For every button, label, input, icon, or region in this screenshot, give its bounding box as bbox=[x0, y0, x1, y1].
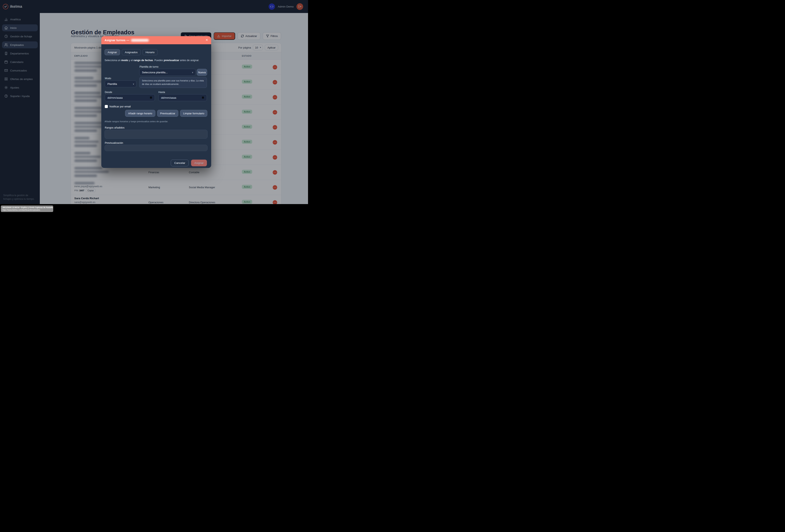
template-label: Plantilla de turno bbox=[140, 66, 158, 68]
calendar-icon[interactable] bbox=[150, 96, 152, 100]
assign-shifts-modal: Asignar turnos — AsignarAsignadosHorario… bbox=[101, 36, 211, 168]
from-date-input[interactable]: dd/mm/aaaa bbox=[105, 94, 155, 101]
cancel-button[interactable]: Cancelar bbox=[171, 159, 188, 166]
preview-box bbox=[105, 145, 207, 151]
template-helper-text: Selecciona una plantilla para usar sus h… bbox=[139, 77, 207, 88]
app-viewport: ikelma Analítica Inicio Gestión de ficha… bbox=[0, 0, 308, 204]
to-date-placeholder: dd/mm/aaaa bbox=[161, 96, 176, 99]
add-time-range-button[interactable]: Añadir rango horario bbox=[125, 110, 155, 117]
assign-button[interactable]: Asignar bbox=[191, 159, 207, 166]
modal-hint-text: Añade rangos horarios y luego previsuali… bbox=[105, 120, 168, 123]
new-template-button[interactable]: Nueva bbox=[197, 69, 207, 76]
modal-title: Asignar turnos — bbox=[105, 39, 129, 42]
redacted-employee-name bbox=[131, 39, 149, 42]
to-date-input[interactable]: dd/mm/aaaa bbox=[158, 94, 207, 101]
range-action-buttons: Añadir rango horarioPrevisualizarLimpiar… bbox=[125, 110, 207, 117]
mode-select-value: Plantilla bbox=[107, 82, 117, 85]
mode-label: Modo bbox=[105, 77, 111, 80]
screenshot-timestamp: 29/12/2025 13:08:54 • Explica y Envía Ca… bbox=[2, 206, 52, 209]
modal-footer: Cancelar Asignar bbox=[171, 159, 207, 166]
mode-select[interactable]: Plantilla ∨ bbox=[105, 80, 136, 87]
screenshot-url: https://www.ikelma.com/dashboard/emplead… bbox=[2, 209, 52, 211]
screenshot-stage: ikelma Analítica Inicio Gestión de ficha… bbox=[0, 0, 314, 213]
added-ranges-label: Rangos añadidos bbox=[105, 126, 124, 129]
notify-email-row: Notificar por email bbox=[105, 105, 131, 108]
preview-button[interactable]: Previsualizar bbox=[157, 110, 178, 117]
modal-header: Asignar turnos — bbox=[101, 36, 211, 44]
from-date-placeholder: dd/mm/aaaa bbox=[107, 96, 123, 99]
modal-tabs: AsignarAsignadosHorario bbox=[105, 49, 157, 55]
close-icon bbox=[205, 39, 208, 42]
to-label: Hasta bbox=[158, 91, 165, 94]
close-button[interactable] bbox=[205, 39, 208, 42]
chevron-down-icon: ∨ bbox=[133, 83, 134, 85]
screenshot-info-overlay: 29/12/2025 13:08:54 • Explica y Envía Ca… bbox=[1, 205, 53, 212]
screen-edge-right bbox=[308, 0, 314, 213]
modal-tab-asignados[interactable]: Asignados bbox=[122, 49, 141, 55]
notify-email-checkbox[interactable] bbox=[105, 105, 108, 108]
chevron-down-icon: ∨ bbox=[192, 71, 193, 74]
preview-label: Previsualización bbox=[105, 142, 123, 144]
calendar-icon[interactable] bbox=[202, 96, 204, 100]
modal-tab-asignar[interactable]: Asignar bbox=[105, 49, 120, 55]
template-select-value: Selecciona plantilla... bbox=[142, 71, 168, 74]
clear-form-button[interactable]: Limpiar formulario bbox=[180, 110, 207, 117]
template-select[interactable]: Selecciona plantilla... ∨ bbox=[139, 69, 196, 76]
notify-email-label: Notificar por email bbox=[109, 105, 131, 108]
modal-tab-horario[interactable]: Horario bbox=[143, 49, 157, 55]
from-label: Desde bbox=[105, 91, 112, 94]
modal-intro-text: Selecciona un modo y el rango de fechas.… bbox=[105, 59, 199, 62]
added-ranges-box bbox=[105, 130, 207, 139]
